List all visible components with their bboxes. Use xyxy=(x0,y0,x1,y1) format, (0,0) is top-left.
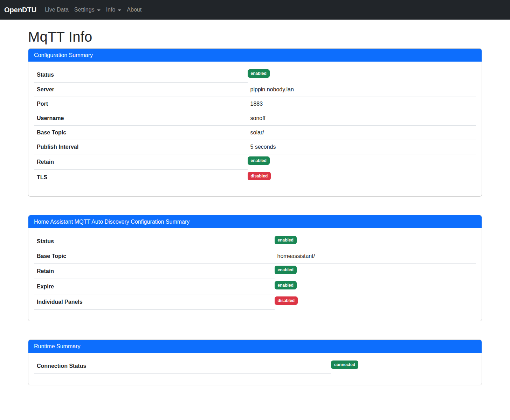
nav-item-label: Live Data xyxy=(45,7,69,13)
summary-table: StatusenabledBase Topichomeassistant/Ret… xyxy=(34,234,476,310)
caret-down-icon xyxy=(118,9,121,11)
status-badge: enabled xyxy=(275,266,297,274)
table-row: Usernamesonoff xyxy=(34,111,476,126)
row-label: Username xyxy=(34,111,248,126)
nav-item-info[interactable]: Info xyxy=(103,4,124,16)
row-value: homeassistant/ xyxy=(275,249,476,264)
card-header: Runtime Summary xyxy=(28,340,482,353)
card-body: StatusenabledServerpippin.nobody.lanPort… xyxy=(28,62,482,196)
row-label: Base Topic xyxy=(34,126,248,140)
status-badge: disabled xyxy=(248,172,271,180)
row-value: 5 seconds xyxy=(248,140,476,154)
summary-table: Connection Statusconnected xyxy=(34,358,476,374)
card-header: Home Assistant MQTT Auto Discovery Confi… xyxy=(28,215,482,228)
navbar: OpenDTU Live Data Settings Info About xyxy=(0,0,510,20)
row-label: Connection Status xyxy=(34,358,331,374)
nav-item-settings[interactable]: Settings xyxy=(71,4,103,16)
table-row: Connection Statusconnected xyxy=(34,358,476,374)
row-label: Individual Panels xyxy=(34,294,275,310)
card-body: Connection Statusconnected xyxy=(28,353,482,385)
card-runtime-summary: Runtime Summary Connection Statusconnect… xyxy=(28,340,482,385)
status-badge: enabled xyxy=(248,69,270,78)
summary-table: StatusenabledServerpippin.nobody.lanPort… xyxy=(34,67,476,185)
row-value: enabled xyxy=(248,67,476,83)
row-value: pippin.nobody.lan xyxy=(248,83,476,97)
row-value: enabled xyxy=(275,279,476,294)
status-badge: connected xyxy=(331,360,358,369)
table-row: Individual Panelsdisabled xyxy=(34,294,476,310)
row-label: Status xyxy=(34,67,248,83)
table-row: Base Topicsolar/ xyxy=(34,126,476,140)
card-configuration-summary: Configuration Summary StatusenabledServe… xyxy=(28,48,482,197)
row-value: 1883 xyxy=(248,97,476,111)
card-body: StatusenabledBase Topichomeassistant/Ret… xyxy=(28,228,482,321)
nav-item-label: Settings xyxy=(74,7,95,13)
table-row: Base Topichomeassistant/ xyxy=(34,249,476,264)
table-row: Port1883 xyxy=(34,97,476,111)
row-value: enabled xyxy=(248,154,476,170)
nav-item-label: About xyxy=(127,7,142,13)
card-ha-mqtt-auto-discovery-summary: Home Assistant MQTT Auto Discovery Confi… xyxy=(28,215,482,321)
status-badge: disabled xyxy=(275,296,298,305)
row-label: Retain xyxy=(34,154,248,170)
row-value: disabled xyxy=(275,294,476,310)
table-row: Serverpippin.nobody.lan xyxy=(34,83,476,97)
table-row: Publish Interval5 seconds xyxy=(34,140,476,154)
row-value: sonoff xyxy=(248,111,476,126)
row-label: Server xyxy=(34,83,248,97)
row-value: solar/ xyxy=(248,126,476,140)
status-badge: enabled xyxy=(248,156,270,165)
row-value: connected xyxy=(331,358,476,374)
table-row: Expireenabled xyxy=(34,279,476,294)
row-value: enabled xyxy=(275,234,476,249)
row-label: Status xyxy=(34,234,275,249)
table-row: Retainenabled xyxy=(34,154,476,170)
brand-opendtu[interactable]: OpenDTU xyxy=(4,6,36,14)
nav-item-live-data[interactable]: Live Data xyxy=(42,4,71,16)
row-label: Expire xyxy=(34,279,275,294)
table-row: TLSdisabled xyxy=(34,170,476,185)
main-container: MqTT Info Configuration Summary Statusen… xyxy=(24,28,486,385)
status-badge: enabled xyxy=(275,236,297,244)
status-badge: enabled xyxy=(275,281,297,289)
row-label: Port xyxy=(34,97,248,111)
table-row: Statusenabled xyxy=(34,234,476,249)
row-label: TLS xyxy=(34,170,248,185)
row-label: Retain xyxy=(34,264,275,279)
navbar-menu: Live Data Settings Info About xyxy=(42,4,144,16)
table-row: Retainenabled xyxy=(34,264,476,279)
row-value: disabled xyxy=(248,170,476,185)
row-label: Base Topic xyxy=(34,249,275,264)
row-value: enabled xyxy=(275,264,476,279)
table-row: Statusenabled xyxy=(34,67,476,83)
row-label: Publish Interval xyxy=(34,140,248,154)
page-title: MqTT Info xyxy=(28,28,482,45)
nav-item-about[interactable]: About xyxy=(124,4,144,16)
card-header: Configuration Summary xyxy=(28,49,482,62)
caret-down-icon xyxy=(97,9,101,11)
nav-item-label: Info xyxy=(106,7,116,13)
